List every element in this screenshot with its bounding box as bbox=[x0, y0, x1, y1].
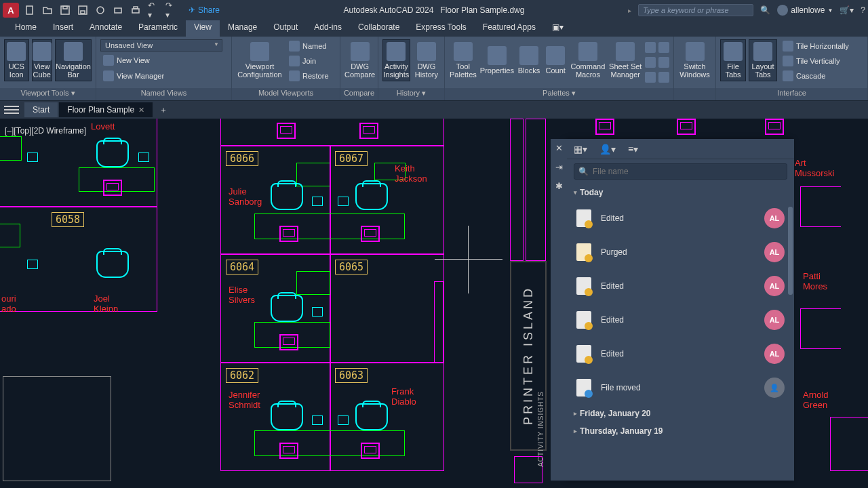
switch-windows-button[interactable]: Switch Windows bbox=[678, 39, 711, 81]
tab-annotate[interactable]: Annotate bbox=[81, 20, 130, 37]
view-manager-button[interactable]: View Manager bbox=[100, 69, 227, 83]
computer-icon bbox=[27, 152, 38, 162]
tile-vert-button[interactable]: Tile Vertically bbox=[780, 54, 852, 68]
activity-item[interactable]: EditedAL bbox=[567, 337, 794, 371]
new-icon[interactable] bbox=[24, 5, 35, 16]
tab-insert[interactable]: Insert bbox=[45, 20, 81, 37]
panel-pin-icon[interactable]: ⇥ bbox=[554, 162, 564, 171]
group-history[interactable]: History ▾ bbox=[378, 88, 444, 100]
file-tab-menu-icon[interactable] bbox=[4, 106, 19, 114]
avatar-anon: 👤 bbox=[764, 378, 785, 398]
activity-item[interactable]: PurgedAL bbox=[567, 235, 794, 269]
navbar-button[interactable]: Navigation Bar bbox=[55, 39, 92, 81]
file-tabs-button[interactable]: File Tabs bbox=[720, 39, 746, 81]
named-view-dropdown[interactable]: Unsaved View bbox=[100, 39, 222, 52]
close-tab-icon[interactable]: ✕ bbox=[138, 106, 144, 115]
name-jennifer: Jennifer Schmidt bbox=[229, 390, 260, 410]
web-icon[interactable] bbox=[95, 5, 106, 16]
tab-manage[interactable]: Manage bbox=[220, 20, 265, 37]
palette-extra-6[interactable] bbox=[658, 72, 669, 83]
undo-icon[interactable]: ↶ ▾ bbox=[148, 5, 159, 16]
name-ouriado: ouri ado bbox=[1, 293, 16, 314]
search-icon[interactable]: 🔍 bbox=[760, 5, 770, 15]
share-button[interactable]: ✈Share bbox=[189, 5, 220, 15]
help-icon[interactable]: ? bbox=[861, 5, 865, 15]
doc-tab-start[interactable]: Start bbox=[24, 102, 58, 117]
group-friday[interactable]: Friday, January 20 bbox=[567, 405, 794, 422]
palette-extra-4[interactable] bbox=[658, 42, 669, 53]
saveas-icon[interactable] bbox=[77, 5, 88, 16]
restore-vp-button[interactable]: Restore bbox=[286, 69, 332, 83]
count-button[interactable]: Count bbox=[544, 39, 567, 81]
tab-addins[interactable]: Add-ins bbox=[306, 20, 350, 37]
view-mode-icon[interactable]: ▦▾ bbox=[574, 144, 587, 155]
print-icon[interactable] bbox=[130, 5, 141, 16]
panel-search[interactable]: 🔍 bbox=[574, 163, 787, 180]
blocks-button[interactable]: Blocks bbox=[517, 39, 541, 81]
group-palettes[interactable]: Palettes ▾ bbox=[445, 88, 673, 100]
list-filter-icon[interactable]: ≡▾ bbox=[628, 144, 638, 155]
group-today[interactable]: Today bbox=[567, 184, 794, 201]
named-vp-button[interactable]: Named bbox=[286, 39, 332, 53]
properties-button[interactable]: Properties bbox=[480, 39, 514, 81]
layout-tabs-button[interactable]: Layout Tabs bbox=[749, 39, 777, 81]
plot-icon[interactable] bbox=[113, 5, 123, 16]
sheetset-button[interactable]: Sheet Set Manager bbox=[609, 39, 642, 81]
tab-express[interactable]: Express Tools bbox=[408, 20, 474, 37]
group-thursday[interactable]: Thursday, January 19 bbox=[567, 422, 794, 440]
svg-rect-2 bbox=[63, 6, 67, 9]
activity-item[interactable]: EditedAL bbox=[567, 201, 794, 235]
palette-extra-1[interactable] bbox=[645, 42, 656, 53]
tab-parametric[interactable]: Parametric bbox=[130, 20, 186, 37]
dwg-history-button[interactable]: DWG History bbox=[413, 39, 440, 81]
name-patti: Patti Mores bbox=[803, 271, 827, 291]
ucs-icon-button[interactable]: UCS Icon bbox=[4, 39, 29, 81]
ribbon-tabs: Home Insert Annotate Parametric View Man… bbox=[0, 20, 868, 37]
help-search[interactable]: Type a keyword or phrase bbox=[638, 4, 753, 16]
activity-insights-button[interactable]: Activity Insights bbox=[382, 39, 410, 81]
name-joel: Joel Kleinn bbox=[94, 293, 118, 314]
computer-icon bbox=[27, 260, 38, 269]
name-julie: Julie Sanborg bbox=[229, 186, 262, 207]
tile-horiz-button[interactable]: Tile Horizontally bbox=[780, 39, 852, 53]
open-icon[interactable] bbox=[42, 5, 53, 16]
panel-search-input[interactable] bbox=[593, 167, 783, 176]
tab-featured[interactable]: Featured Apps bbox=[475, 20, 544, 37]
doc-tab-floorplan[interactable]: Floor Plan Sample✕ bbox=[59, 102, 153, 117]
viewcube-button[interactable]: View Cube bbox=[32, 39, 53, 81]
cascade-button[interactable]: Cascade bbox=[780, 69, 852, 83]
drawing-canvas[interactable]: [–][Top][2D Wireframe] 6066 6067 Julie S… bbox=[0, 119, 868, 488]
palette-extra-2[interactable] bbox=[645, 57, 656, 68]
tab-view[interactable]: View bbox=[186, 20, 220, 37]
tab-collaborate[interactable]: Collaborate bbox=[350, 20, 408, 37]
panel-scrollbar[interactable] bbox=[788, 207, 793, 295]
panel-title: ACTIVITY INSIGHTS bbox=[537, 391, 545, 467]
activity-item[interactable]: EditedAL bbox=[567, 303, 794, 337]
new-tab-button[interactable]: ＋ bbox=[154, 102, 173, 119]
save-icon[interactable] bbox=[60, 5, 71, 16]
panel-settings-icon[interactable]: ✱ bbox=[554, 181, 564, 190]
user-menu[interactable]: allenlowe▼ bbox=[777, 5, 833, 16]
tab-home[interactable]: Home bbox=[7, 20, 45, 37]
user-filter-icon[interactable]: 👤▾ bbox=[599, 144, 616, 155]
join-vp-button[interactable]: Join bbox=[286, 54, 332, 68]
svg-rect-4 bbox=[81, 11, 85, 14]
new-view-button[interactable]: New View bbox=[100, 54, 227, 67]
viewport-config-button[interactable]: Viewport Configuration bbox=[236, 39, 283, 81]
dwg-compare-button[interactable]: DWG Compare bbox=[344, 39, 375, 81]
activity-item[interactable]: EditedAL bbox=[567, 269, 794, 303]
tab-extra-icon[interactable]: ▣▾ bbox=[544, 20, 572, 37]
palette-extra-5[interactable] bbox=[658, 57, 669, 68]
group-viewport-tools[interactable]: Viewport Tools ▾ bbox=[0, 88, 96, 100]
group-interface: Interface bbox=[716, 88, 867, 100]
panel-close-icon[interactable]: ✕ bbox=[554, 143, 564, 152]
palette-extra-3[interactable] bbox=[645, 72, 656, 83]
activity-item[interactable]: File moved👤 bbox=[567, 371, 794, 405]
computer-icon bbox=[312, 197, 323, 206]
command-macros-button[interactable]: Command Macros bbox=[570, 39, 606, 81]
redo-icon[interactable]: ↷ ▾ bbox=[165, 5, 176, 16]
tab-output[interactable]: Output bbox=[265, 20, 306, 37]
infocenter-icon[interactable]: 🛒▾ bbox=[840, 5, 854, 15]
tool-palettes-button[interactable]: Tool Palettes bbox=[449, 39, 477, 81]
app-logo[interactable]: A bbox=[3, 3, 19, 18]
